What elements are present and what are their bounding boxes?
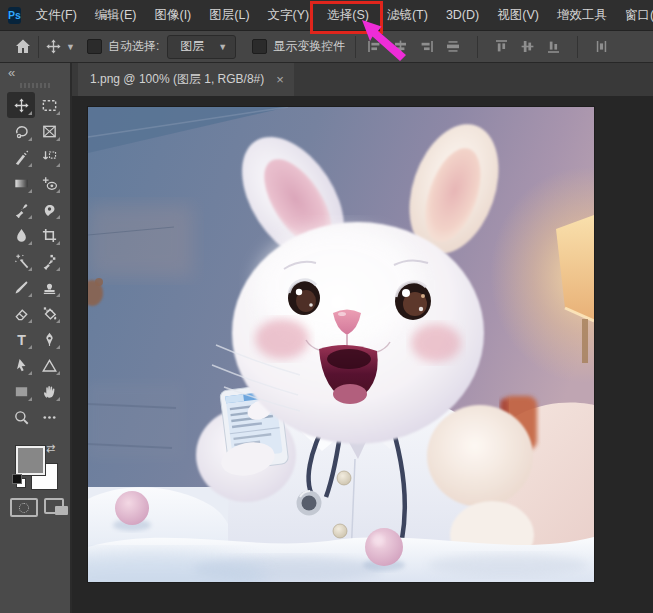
red-eye-tool[interactable] bbox=[35, 170, 63, 196]
svg-text:T: T bbox=[17, 331, 26, 347]
menu-edit[interactable]: 编辑(E) bbox=[86, 0, 146, 30]
move-tool-options-icon[interactable] bbox=[45, 38, 62, 55]
rectangle-shape-tool[interactable] bbox=[7, 378, 35, 404]
auto-select-target-dropdown[interactable]: 图层 ▼ bbox=[167, 35, 236, 59]
separator bbox=[577, 36, 578, 58]
rectangular-marquee-tool[interactable] bbox=[35, 92, 63, 118]
edit-toolbar-more-icon[interactable] bbox=[35, 404, 63, 430]
separator bbox=[355, 36, 356, 58]
align-top-icon[interactable] bbox=[493, 38, 510, 55]
document-area: 1.png @ 100% (图层 1, RGB/8#) × bbox=[72, 63, 653, 613]
separator bbox=[38, 36, 39, 58]
brush-tool[interactable] bbox=[7, 274, 35, 300]
quick-mask-button[interactable] bbox=[10, 498, 38, 517]
move-tool[interactable] bbox=[7, 92, 35, 118]
gradient-tool[interactable] bbox=[7, 170, 35, 196]
document-tab-title: 1.png @ 100% (图层 1, RGB/8#) bbox=[90, 71, 264, 88]
show-transform-label: 显示变换控件 bbox=[273, 38, 345, 55]
dropdown-value: 图层 bbox=[180, 38, 204, 55]
menu-layer[interactable]: 图层(L) bbox=[200, 0, 258, 30]
canvas-pasteboard[interactable] bbox=[72, 96, 653, 613]
align-left-icon[interactable] bbox=[366, 38, 383, 55]
align-right-icon[interactable] bbox=[418, 38, 435, 55]
filter-menu-highlight-box bbox=[310, 1, 383, 34]
healing-brush-tool[interactable] bbox=[7, 144, 35, 170]
patch-tool[interactable] bbox=[35, 196, 63, 222]
menu-file[interactable]: 文件(F) bbox=[27, 0, 86, 30]
canvas-image[interactable] bbox=[88, 107, 594, 582]
foreground-color-swatch[interactable] bbox=[16, 446, 45, 475]
frame-tool[interactable] bbox=[35, 118, 63, 144]
crop-tool[interactable] bbox=[35, 222, 63, 248]
hand-tool[interactable] bbox=[35, 378, 63, 404]
menu-view[interactable]: 视图(V) bbox=[488, 0, 548, 30]
photoshop-logo-icon[interactable]: Ps bbox=[8, 7, 21, 24]
default-colors-icon[interactable] bbox=[12, 474, 26, 488]
home-icon[interactable] bbox=[14, 38, 32, 55]
magic-wand-tool[interactable] bbox=[7, 248, 35, 274]
zoom-tool[interactable] bbox=[7, 404, 35, 430]
type-tool[interactable]: T bbox=[7, 326, 35, 352]
eyedropper-tool[interactable] bbox=[7, 196, 35, 222]
menu-plugins[interactable]: 增效工具 bbox=[548, 0, 616, 30]
close-icon[interactable]: × bbox=[276, 72, 284, 87]
menu-image[interactable]: 图像(I) bbox=[145, 0, 200, 30]
align-bottom-icon[interactable] bbox=[545, 38, 562, 55]
color-controls: ⇄ bbox=[0, 444, 70, 534]
path-selection-tool[interactable] bbox=[7, 352, 35, 378]
triangle-shape-tool[interactable] bbox=[35, 352, 63, 378]
document-tab[interactable]: 1.png @ 100% (图层 1, RGB/8#) × bbox=[78, 63, 294, 96]
lasso-tool[interactable] bbox=[7, 118, 35, 144]
chevron-down-icon: ▼ bbox=[218, 42, 227, 52]
swap-colors-icon[interactable]: ⇄ bbox=[46, 442, 55, 455]
auto-select-checkbox[interactable] bbox=[87, 39, 102, 54]
tool-options-bar: ▼ 自动选择: 图层 ▼ 显示变换控件 bbox=[0, 31, 653, 63]
menu-window[interactable]: 窗口(W) bbox=[616, 0, 653, 30]
paint-bucket-tool[interactable] bbox=[35, 300, 63, 326]
tools-panel: « bbox=[0, 63, 72, 613]
document-tab-bar: 1.png @ 100% (图层 1, RGB/8#) × bbox=[72, 63, 653, 96]
distribute-vertical-icon[interactable] bbox=[593, 38, 610, 55]
menu-3d[interactable]: 3D(D) bbox=[437, 0, 488, 30]
pen-tool[interactable] bbox=[35, 326, 63, 352]
blur-tool[interactable] bbox=[7, 222, 35, 248]
menu-filter[interactable]: 滤镜(T) bbox=[378, 0, 437, 30]
distribute-horizontal-icon[interactable] bbox=[444, 38, 462, 55]
align-buttons-group bbox=[366, 36, 610, 58]
screen-mode-button[interactable] bbox=[44, 498, 68, 515]
align-center-horizontal-icon[interactable] bbox=[392, 38, 409, 55]
object-selection-tool[interactable] bbox=[35, 144, 63, 170]
photoshop-window: Ps 文件(F) 编辑(E) 图像(I) 图层(L) 文字(Y) 选择(S) 滤… bbox=[0, 0, 653, 613]
collapse-panel-button[interactable]: « bbox=[0, 63, 70, 81]
show-transform-checkbox[interactable] bbox=[252, 39, 267, 54]
separator bbox=[477, 36, 478, 58]
eraser-tool[interactable] bbox=[7, 300, 35, 326]
material-eyedropper-tool[interactable] bbox=[35, 248, 63, 274]
tools-grid: T bbox=[0, 92, 70, 430]
chevron-down-icon[interactable]: ▼ bbox=[66, 42, 75, 52]
auto-select-label: 自动选择: bbox=[108, 38, 159, 55]
panel-grip[interactable] bbox=[0, 81, 70, 89]
align-middle-vertical-icon[interactable] bbox=[519, 38, 536, 55]
clone-stamp-tool[interactable] bbox=[35, 274, 63, 300]
